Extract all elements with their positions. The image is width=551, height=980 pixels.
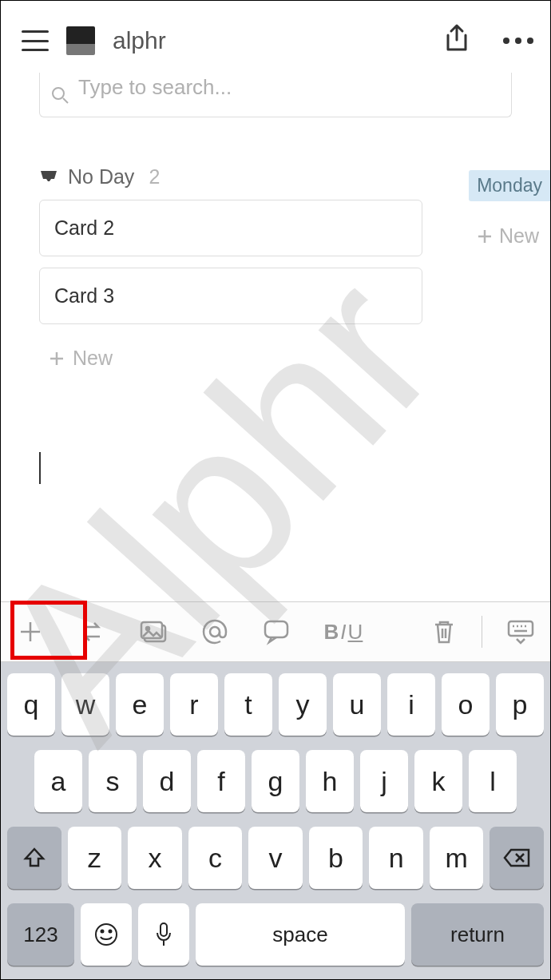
key-l[interactable]: l (469, 750, 517, 812)
day-tag[interactable]: Monday (469, 170, 550, 201)
key-s[interactable]: s (89, 750, 137, 812)
divider (482, 616, 482, 648)
key-emoji[interactable] (81, 903, 132, 966)
keyboard-row: a s d f g h j k l (7, 750, 544, 812)
svg-point-2 (515, 38, 521, 44)
svg-rect-16 (265, 621, 287, 637)
key-shift[interactable] (7, 827, 61, 889)
on-screen-keyboard: q w e r t y u i o p a s d f g h j k l z … (1, 662, 550, 979)
key-return[interactable]: return (411, 903, 544, 966)
svg-rect-17 (509, 621, 533, 636)
svg-rect-28 (161, 923, 167, 936)
key-d[interactable]: d (143, 750, 191, 812)
key-m[interactable]: m (430, 827, 484, 889)
text-editor[interactable] (39, 452, 41, 484)
key-backspace[interactable] (490, 827, 544, 889)
key-numbers[interactable]: 123 (7, 903, 74, 966)
plus-icon (477, 228, 493, 244)
inbox-icon (39, 169, 58, 185)
top-bar: alphr (1, 1, 550, 73)
svg-point-1 (503, 38, 509, 44)
key-z[interactable]: z (68, 827, 122, 889)
menu-icon[interactable] (22, 30, 49, 51)
key-f[interactable]: f (197, 750, 245, 812)
key-e[interactable]: e (116, 673, 164, 736)
key-r[interactable]: r (170, 673, 218, 736)
key-j[interactable]: j (360, 750, 408, 812)
svg-point-4 (53, 88, 64, 99)
keyboard-row: q w e r t y u i o p (7, 673, 544, 736)
key-b[interactable]: b (309, 827, 363, 889)
mention-icon[interactable] (201, 615, 229, 649)
card-item[interactable]: Card 3 (39, 268, 422, 324)
svg-point-3 (527, 38, 533, 44)
key-w[interactable]: w (61, 673, 109, 736)
more-icon[interactable] (502, 34, 534, 48)
key-n[interactable]: n (369, 827, 423, 889)
search-icon (51, 86, 69, 104)
share-icon[interactable] (443, 24, 470, 58)
site-icon (66, 26, 95, 55)
search-placeholder: Type to search... (78, 75, 232, 100)
key-x[interactable]: x (128, 827, 182, 889)
new-button-side[interactable]: New (477, 224, 539, 248)
plus-icon (49, 351, 65, 367)
key-g[interactable]: g (252, 750, 299, 812)
keyboard-row: 123 space return (7, 903, 544, 966)
key-space[interactable]: space (196, 903, 405, 966)
comment-icon[interactable] (263, 615, 291, 649)
svg-point-15 (210, 627, 220, 637)
svg-line-5 (63, 98, 68, 103)
group-label: No Day (68, 165, 134, 188)
key-h[interactable]: h (306, 750, 354, 812)
format-button[interactable]: BIU (324, 615, 363, 649)
search-input[interactable]: Type to search... (39, 73, 512, 117)
key-i[interactable]: i (387, 673, 435, 736)
keyboard-dismiss-icon[interactable] (506, 615, 534, 649)
page-title: alphr (113, 27, 166, 54)
key-a[interactable]: a (34, 750, 82, 812)
svg-point-25 (96, 924, 117, 945)
trash-icon[interactable] (430, 615, 458, 649)
group-count: 2 (149, 165, 160, 188)
highlight-annotation (10, 601, 87, 660)
key-q[interactable]: q (7, 673, 55, 736)
key-mic[interactable] (138, 903, 189, 966)
key-u[interactable]: u (333, 673, 381, 736)
key-o[interactable]: o (442, 673, 490, 736)
card-item[interactable]: Card 2 (39, 200, 422, 256)
key-v[interactable]: v (248, 827, 303, 889)
key-k[interactable]: k (414, 750, 462, 812)
key-p[interactable]: p (496, 673, 544, 736)
text-cursor (39, 452, 41, 484)
keyboard-row: z x c v b n m (7, 827, 544, 889)
svg-point-27 (109, 930, 112, 933)
new-button[interactable]: New (49, 347, 550, 370)
svg-point-26 (101, 930, 104, 933)
key-y[interactable]: y (279, 673, 327, 736)
key-t[interactable]: t (224, 673, 272, 736)
image-icon[interactable] (140, 615, 168, 649)
svg-point-14 (146, 627, 149, 630)
key-c[interactable]: c (188, 827, 243, 889)
